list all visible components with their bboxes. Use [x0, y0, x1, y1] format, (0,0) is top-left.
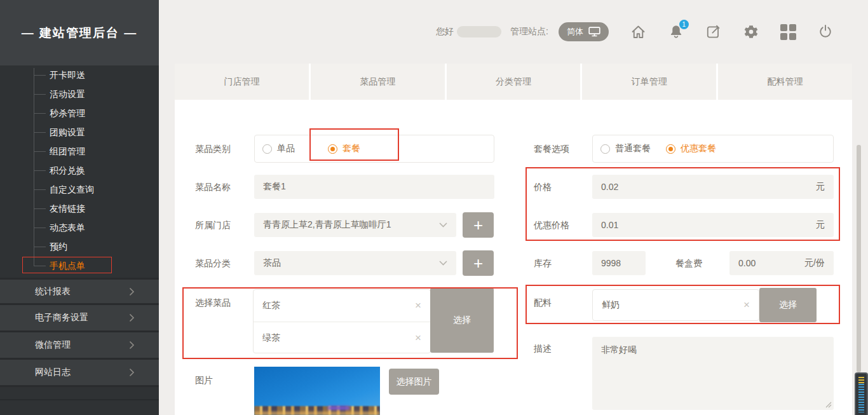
tab-bar: 门店管理 菜品管理 分类管理 订单管理 配料管理 — [175, 64, 852, 100]
sidebar-section-weixinguanli[interactable]: 微信管理 — [0, 332, 159, 360]
radio-circle-icon — [328, 144, 337, 154]
sidebar-item-yuyue[interactable]: 预约 — [0, 237, 159, 256]
button-label: 选择图片 — [397, 376, 432, 388]
sidebar-item-huodongshezhi[interactable]: 活动设置 — [0, 85, 159, 104]
sidebar-item-miaoshaguanli[interactable]: 秒杀管理 — [0, 104, 159, 123]
dish-class-select[interactable]: 茶品 — [254, 251, 456, 275]
box-fee-input[interactable]: 0.00 元/份 — [729, 251, 834, 275]
resize-handle-icon[interactable] — [825, 402, 832, 408]
sidebar-item-jifenduihuan[interactable]: 积分兑换 — [0, 161, 159, 180]
close-icon[interactable]: × — [415, 332, 421, 344]
add-dish-class-button[interactable]: + — [463, 250, 494, 276]
dish-item-label: 红茶 — [262, 300, 280, 311]
section-label: 电子商务设置 — [35, 312, 88, 323]
sidebar-logo: — 建站管理后台 — — [0, 0, 159, 65]
language-button[interactable]: 简体 — [559, 22, 609, 41]
close-icon[interactable]: × — [415, 299, 421, 312]
tab-ingredient-mgmt[interactable]: 配料管理 — [718, 64, 852, 100]
sidebar-item-zidingyichaxun[interactable]: 自定义查询 — [0, 180, 159, 199]
chevron-right-icon — [129, 287, 135, 296]
browser-extension-widget — [855, 372, 868, 415]
radio-label: 优惠套餐 — [681, 143, 716, 154]
city-lights-glow — [254, 412, 380, 415]
tab-category-mgmt[interactable]: 分类管理 — [447, 64, 581, 100]
username-redacted — [457, 26, 501, 37]
dish-name-input[interactable]: 套餐1 — [254, 175, 494, 199]
box-fee-unit: 元/份 — [804, 257, 825, 269]
price-label: 价格 — [534, 182, 552, 193]
tab-order-mgmt[interactable]: 订单管理 — [582, 64, 716, 100]
radio-discount-combo-selected[interactable]: 优惠套餐 — [666, 143, 716, 154]
radio-single-item[interactable]: 单品 — [262, 143, 295, 154]
sidebar-item-zutuanguanli[interactable]: 组团管理 — [0, 142, 159, 161]
section-label: 网站日志 — [35, 367, 71, 378]
dish-category-label: 菜品类别 — [195, 144, 231, 155]
sidebar: — 建站管理后台 — 开卡即送 活动设置 秒杀管理 团购设置 组团管理 积分兑换… — [0, 0, 159, 415]
site-label: 管理站点: — [510, 26, 548, 37]
settings-button[interactable] — [743, 24, 759, 40]
sidebar-section-wangzhanrizhi[interactable]: 网站日志 — [0, 360, 159, 387]
stock-label: 库存 — [534, 258, 552, 269]
select-ingredient-button[interactable]: 选择 — [759, 288, 817, 322]
dish-list-item: 绿茶 × — [254, 322, 430, 353]
gear-icon — [743, 24, 759, 40]
sidebar-section-dianzishangwu[interactable]: 电子商务设置 — [0, 305, 159, 332]
edit-button[interactable] — [705, 24, 722, 40]
radio-label: 普通套餐 — [615, 143, 651, 154]
sidebar-item-youqinglianjie[interactable]: 友情链接 — [0, 199, 159, 218]
apps-button[interactable] — [780, 24, 796, 40]
app-window: — 建站管理后台 — 开卡即送 活动设置 秒杀管理 团购设置 组团管理 积分兑换… — [0, 0, 868, 415]
sidebar-item-tuangoushezhi[interactable]: 团购设置 — [0, 123, 159, 142]
greeting-text: 您好 — [436, 26, 454, 37]
plus-icon: + — [473, 215, 483, 235]
tab-dish-mgmt[interactable]: 菜品管理 — [311, 64, 445, 100]
dish-name-value: 套餐1 — [263, 181, 286, 193]
sidebar-item-kaikajisong[interactable]: 开卡即送 — [0, 65, 159, 85]
selected-dishes-list: 红茶 × 绿茶 × — [253, 289, 431, 353]
page-scrollbar[interactable] — [857, 145, 861, 372]
stock-value: 9998 — [601, 258, 621, 268]
chevron-down-icon — [439, 261, 447, 266]
grid-icon — [780, 24, 796, 40]
sidebar-section-tongjibaobiao[interactable]: 统计报表 — [0, 278, 159, 305]
select-dishes-button[interactable]: 选择 — [430, 288, 494, 353]
store-value: 青青原上草2,青青原上草咖啡厅1 — [263, 219, 391, 231]
plus-icon: + — [473, 254, 483, 273]
add-store-button[interactable]: + — [463, 212, 494, 238]
description-textarea[interactable]: 非常好喝 — [592, 337, 834, 410]
chevron-right-icon — [129, 313, 135, 322]
stock-input[interactable]: 9998 — [592, 251, 646, 275]
tab-store-mgmt[interactable]: 门店管理 — [175, 64, 309, 100]
ingredient-list-item: 鲜奶 × — [593, 290, 759, 320]
home-button[interactable] — [630, 24, 647, 41]
price-value: 0.02 — [601, 182, 618, 192]
close-icon[interactable]: × — [743, 299, 750, 311]
button-label: 选择 — [779, 299, 797, 311]
discount-price-input[interactable]: 0.01 元 — [592, 213, 834, 237]
top-header: 您好 管理站点: 简体 1 — [419, 19, 834, 44]
dish-image-thumbnail — [254, 367, 380, 415]
language-label: 简体 — [567, 26, 583, 37]
discount-price-label: 优惠价格 — [534, 220, 569, 231]
ingredient-item-label: 鲜奶 — [602, 299, 620, 311]
sidebar-item-dongtaibiaodan[interactable]: 动态表单 — [0, 218, 159, 237]
app-title: — 建站管理后台 — — [22, 25, 138, 41]
monitor-icon — [588, 27, 600, 37]
home-icon — [630, 24, 647, 41]
sidebar-menu: 开卡即送 活动设置 秒杀管理 团购设置 组团管理 积分兑换 自定义查询 友情链接… — [0, 65, 159, 275]
select-dishes-label: 选择菜品 — [195, 297, 231, 309]
combo-option-label: 套餐选项 — [534, 144, 569, 155]
purple-building-light — [328, 406, 349, 410]
price-input[interactable]: 0.02 元 — [592, 175, 834, 199]
logout-button[interactable] — [817, 24, 834, 40]
discount-price-unit: 元 — [816, 219, 825, 231]
notifications-button[interactable]: 1 — [668, 24, 684, 40]
chevron-right-icon — [129, 368, 135, 377]
notification-badge: 1 — [679, 20, 689, 29]
radio-normal-combo[interactable]: 普通套餐 — [600, 143, 651, 154]
radio-combo-selected[interactable]: 套餐 — [328, 143, 360, 154]
select-image-button[interactable]: 选择图片 — [389, 369, 439, 395]
store-select[interactable]: 青青原上草2,青青原上草咖啡厅1 — [254, 213, 456, 237]
box-fee-label: 餐盒费 — [675, 258, 702, 269]
radio-circle-icon — [666, 144, 675, 154]
